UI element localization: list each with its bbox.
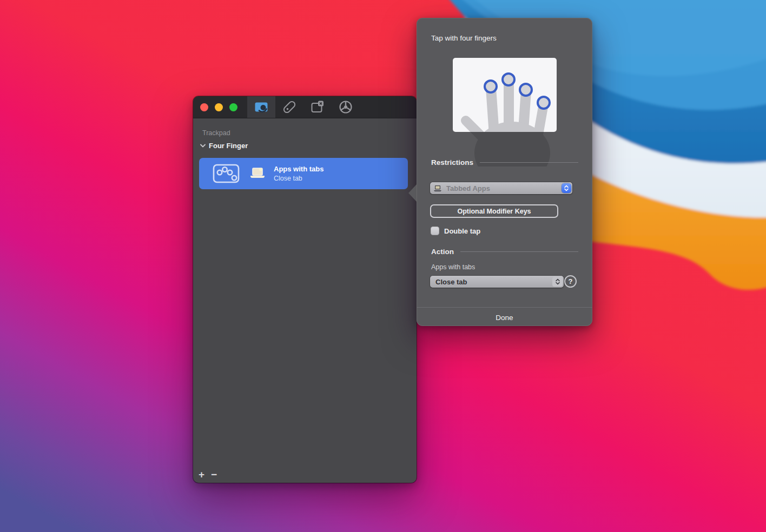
trackpad-icon [253,99,269,115]
restrictions-app-select[interactable]: Tabbed Apps [430,182,572,194]
stepper-icon [562,183,571,193]
gesture-row-selected[interactable]: Apps with tabs Close tab [199,158,408,189]
tabbed-apps-icon [249,167,266,181]
remove-gesture-button[interactable]: − [211,469,217,480]
magic-mouse-icon [281,99,298,115]
add-gesture-button[interactable]: + [199,469,204,480]
popover-arrow [408,184,417,202]
tab-magic-mouse[interactable] [275,96,303,118]
keyboard-shortcut-icon [309,99,326,115]
section-divider-line [460,251,578,252]
double-tap-checkbox[interactable] [431,227,439,235]
action-select-value: Close tab [435,278,467,286]
double-tap-row: Double tap [431,227,480,235]
restrictions-section: Restrictions [431,158,578,167]
list-edit-actions: + − [199,469,217,480]
action-heading: Action [431,248,454,256]
zoom-window-button[interactable] [229,103,237,111]
tab-keyboard[interactable] [303,96,332,118]
action-select[interactable]: Close tab [430,276,564,288]
footer-divider [417,307,592,308]
gesture-row-subtitle: Close tab [274,175,323,182]
popover-title: Tap with four fingers [431,34,497,42]
traffic-lights [193,103,237,111]
tab-trackpad[interactable] [247,96,275,118]
gesture-config-popover: Tap with four fingers [417,18,592,326]
help-button[interactable]: ? [564,275,577,288]
tabbed-apps-mini-icon [433,185,443,192]
section-divider-line [480,162,578,163]
double-tap-label: Double tap [444,227,480,235]
action-field-label: Apps with tabs [431,263,475,271]
device-section-label: Trackpad [202,129,230,137]
optional-modifier-keys-button[interactable]: Optional Modifier Keys [430,204,558,218]
close-window-button[interactable] [200,103,208,111]
gesture-row-text: Apps with tabs Close tab [274,165,323,182]
minimize-window-button[interactable] [215,103,223,111]
tab-other-devices[interactable] [332,96,360,118]
chevron-down-icon [200,144,206,148]
stepper-icon [552,277,563,287]
window-titlebar[interactable] [193,96,417,118]
gesture-group-row[interactable]: Four Finger [200,142,248,150]
action-section: Action [431,248,578,256]
desktop: Trackpad Four Finger Apps with tabs [0,0,766,532]
gesture-group-label: Four Finger [209,142,248,150]
four-finger-tap-illustration [437,50,572,167]
four-finger-tap-icon [213,162,240,185]
device-wheel-icon [338,99,354,115]
bettertouchtool-window: Trackpad Four Finger Apps with tabs [193,96,417,483]
restrictions-heading: Restrictions [431,158,473,167]
gesture-row-title: Apps with tabs [274,165,323,173]
done-button[interactable]: Done [417,314,592,322]
restrictions-app-value: Tabbed Apps [446,184,490,192]
